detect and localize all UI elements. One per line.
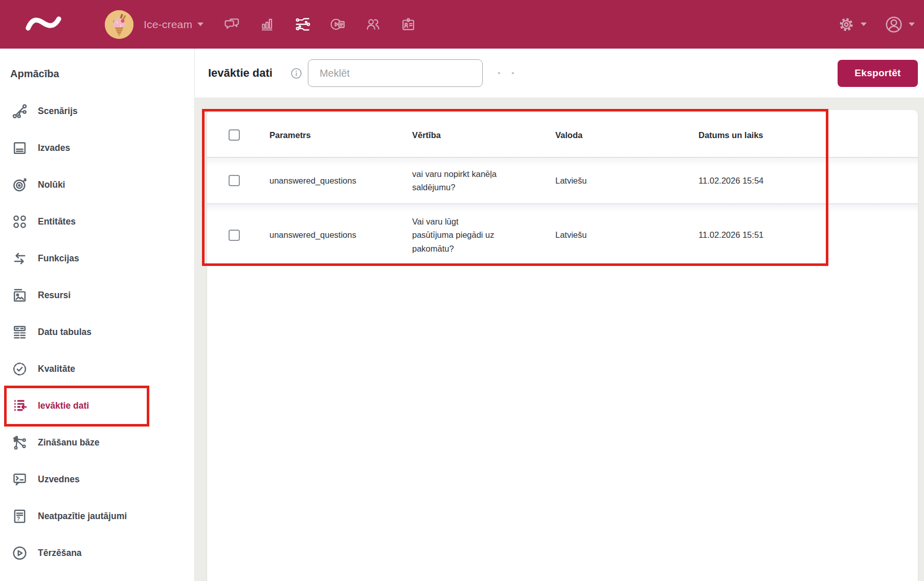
integrations-icon[interactable]: [295, 16, 310, 32]
collected-data-icon: [11, 397, 28, 414]
users-icon[interactable]: [365, 16, 381, 32]
cell-parametrs: unanswered_questions: [269, 230, 412, 240]
content-area: Parametrs Vērtība Valoda Datums un laiks…: [195, 98, 924, 581]
row-checkbox[interactable]: [229, 175, 240, 186]
sidebar-item-label: Nolūki: [38, 180, 65, 190]
sidebar-item-terzesana[interactable]: Tērzēšana: [0, 534, 194, 571]
project-switcher[interactable]: Ice-cream: [133, 18, 204, 31]
dots-indicator: [498, 72, 514, 74]
column-header-vertiba: Vērtība: [412, 130, 555, 140]
gear-icon: [837, 15, 855, 34]
functions-icon: [11, 250, 28, 267]
cell-datums-un-laiks: 11.02.2026 15:51: [698, 230, 918, 240]
settings-menu[interactable]: [837, 15, 867, 34]
sidebar-item-label: Ievāktie dati: [38, 400, 89, 411]
project-name: Ice-cream: [144, 18, 192, 31]
sidebar-item-datu-tabulas[interactable]: Datu tabulas: [0, 314, 194, 350]
sidebar-item-label: Izvades: [38, 143, 70, 153]
brand-logo-icon[interactable]: [24, 13, 63, 36]
info-icon[interactable]: [290, 67, 303, 80]
cell-parametrs: unanswered_questions: [269, 176, 412, 186]
sidebar-item-resursi[interactable]: Resursi: [0, 277, 194, 314]
knowledge-base-icon: [11, 434, 28, 451]
topbar-nav-icons: [224, 16, 416, 32]
cell-vertiba: vai varu nopirkt kanēļa saldējumu?: [412, 167, 555, 194]
sidebar-item-label: Scenārijs: [38, 106, 78, 117]
export-button[interactable]: Eksportēt: [838, 60, 918, 87]
table-row[interactable]: unanswered_questions Vai varu lūgt pasūt…: [207, 204, 918, 266]
svg-text:?: ?: [16, 516, 20, 522]
sidebar-item-label: Datu tabulas: [38, 327, 92, 338]
conversations-icon[interactable]: [224, 16, 240, 32]
sidebar-item-label: Resursi: [38, 290, 71, 301]
sidebar-item-zinasanu-baze[interactable]: Zināšanu bāze: [0, 424, 194, 461]
cell-vertiba: Vai varu lūgt pasūtījuma piegādi uz pako…: [412, 215, 555, 255]
select-all-checkbox[interactable]: [229, 129, 240, 141]
row-checkbox[interactable]: [229, 230, 240, 241]
data-table-card: Parametrs Vērtība Valoda Datums un laiks…: [207, 110, 918, 581]
account-menu[interactable]: [884, 15, 915, 34]
sidebar-item-label: Entitātes: [38, 216, 76, 227]
sidebar-item-label: Tērzēšana: [38, 548, 82, 558]
quality-icon: [11, 361, 28, 377]
sidebar-item-label: Zināšanu bāze: [38, 437, 100, 448]
entities-icon: [11, 213, 28, 230]
table-header-row: Parametrs Vērtība Valoda Datums un laiks: [207, 113, 918, 157]
sidebar-item-label: Uzvednes: [38, 474, 80, 485]
sidebar-item-label: Funkcijas: [38, 253, 79, 264]
user-icon: [884, 15, 904, 34]
main-content: Ievāktie dati Eksportēt Parametrs Vērtīb…: [195, 49, 924, 581]
training-media-icon[interactable]: [330, 16, 346, 32]
chevron-down-icon: [861, 23, 867, 26]
outputs-icon: [11, 140, 28, 157]
table-row[interactable]: unanswered_questions vai varu nopirkt ka…: [207, 157, 918, 204]
statistics-icon[interactable]: [259, 16, 275, 32]
cell-valoda: Latviešu: [555, 230, 698, 240]
column-header-parametrs: Parametrs: [269, 130, 412, 140]
sidebar-section-label: Apmācība: [10, 68, 59, 80]
chevron-down-icon: [909, 23, 915, 26]
project-avatar[interactable]: [105, 10, 133, 39]
sidebar-item-neatpazitie-jautajumi[interactable]: ? Neatpazītie jautājumi: [0, 498, 194, 534]
sidebar-item-uzvednes[interactable]: Uzvednes: [0, 461, 194, 498]
column-header-datums-un-laiks: Datums un laiks: [698, 130, 918, 140]
cell-valoda: Latviešu: [555, 176, 698, 186]
page-title: Ievāktie dati: [208, 66, 273, 80]
dot: [498, 72, 500, 74]
sidebar-item-izvades[interactable]: Izvades: [0, 129, 194, 166]
cell-datums-un-laiks: 11.02.2026 15:54: [698, 176, 918, 186]
sidebar-item-entitates[interactable]: Entitātes: [0, 203, 194, 240]
scenario-icon: [11, 103, 28, 120]
sidebar-item-label: Neatpazītie jautājumi: [38, 511, 127, 522]
column-header-valoda: Valoda: [555, 130, 698, 140]
sidebar-item-scenarijs[interactable]: Scenārijs: [0, 93, 194, 129]
top-navigation-bar: Ice-cream: [0, 0, 924, 49]
sidebar-item-noluki[interactable]: Nolūki: [0, 166, 194, 203]
search-input[interactable]: [308, 59, 483, 87]
ice-cream-image: [105, 10, 133, 39]
data-tables-icon: [11, 324, 28, 341]
sidebar: Apmācība Scenārijs Izvades N: [0, 49, 195, 581]
contacts-icon[interactable]: [400, 16, 416, 32]
unrecognized-questions-icon: ?: [11, 508, 28, 525]
chevron-down-icon: [197, 23, 204, 26]
resources-icon: [11, 287, 28, 304]
chat-play-icon: [11, 545, 28, 562]
sidebar-item-kvalitate[interactable]: Kvalitāte: [0, 350, 194, 387]
sidebar-item-label: Kvalitāte: [38, 364, 75, 374]
intents-icon: [11, 176, 28, 193]
page-header: Ievāktie dati Eksportēt: [195, 49, 924, 98]
sidebar-menu: Scenārijs Izvades Nolūki Entitātes: [0, 93, 194, 571]
sidebar-item-ievaktie-dati[interactable]: Ievāktie dati: [0, 387, 194, 424]
sidebar-item-funkcijas[interactable]: Funkcijas: [0, 240, 194, 277]
dot: [512, 72, 514, 74]
prompts-icon: [11, 471, 28, 488]
